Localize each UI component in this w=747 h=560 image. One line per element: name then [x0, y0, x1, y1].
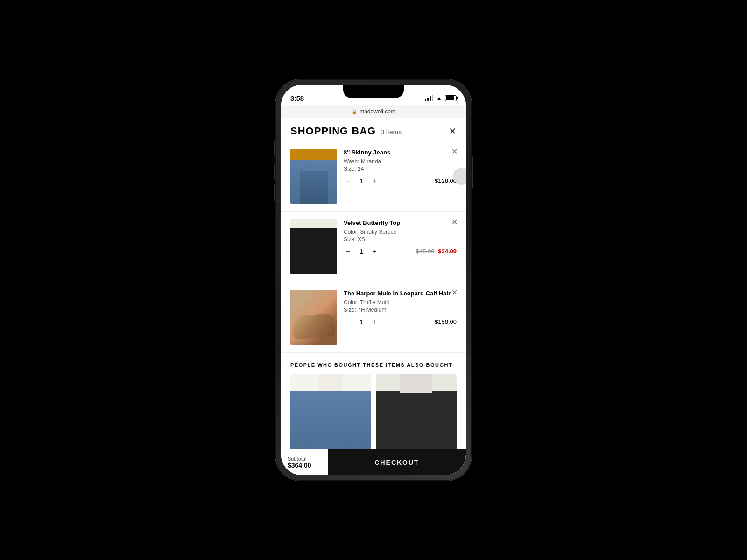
- item-size-shoes: Size: 7H Medium: [344, 307, 457, 313]
- item-image-jeans: [290, 149, 337, 204]
- item-name-jeans: 8" Skinny Jeans: [344, 149, 457, 157]
- qty-control-jeans[interactable]: − 1 +: [344, 177, 379, 185]
- item-original-price-top: $45.00: [416, 248, 435, 255]
- url-text: madewell.com: [359, 108, 395, 115]
- item-sale-price-top: $24.99: [438, 248, 457, 255]
- item-image-top: [290, 219, 337, 274]
- item-details-shoes: The Harper Mule in Leopard Calf Hair Col…: [344, 290, 457, 345]
- qty-decrease-jeans[interactable]: −: [344, 177, 353, 185]
- notch: [343, 85, 404, 98]
- quantity-row-shoes: − 1 + $158.00: [344, 318, 457, 326]
- status-bar: 3:58 ▲: [281, 85, 466, 105]
- cart-item-shoes: The Harper Mule in Leopard Calf Hair Col…: [281, 282, 466, 353]
- status-time: 3:58: [290, 94, 304, 102]
- cart-item-jeans: 8" Skinny Jeans Wash: Miranda Size: 24 −…: [281, 141, 466, 212]
- item-price-shoes: $158.00: [435, 318, 457, 325]
- item-size-top: Size: XS: [344, 236, 457, 243]
- quantity-row-jeans: − 1 + $128.00: [344, 177, 457, 185]
- subtotal-amount: $364.00: [288, 462, 321, 469]
- item-name-shoes: The Harper Mule in Leopard Calf Hair: [344, 290, 457, 298]
- qty-control-top[interactable]: − 1 +: [344, 247, 379, 256]
- qty-control-shoes[interactable]: − 1 +: [344, 318, 379, 326]
- recommendations-grid: [290, 374, 457, 458]
- qty-value-shoes: 1: [358, 318, 365, 326]
- scroll-indicator: [453, 168, 466, 185]
- cart-item-top: Velvet Butterfly Top Color: Smoky Spruce…: [281, 212, 466, 282]
- item-count: 3 items: [381, 128, 402, 136]
- item-details-top: Velvet Butterfly Top Color: Smoky Spruce…: [344, 219, 457, 274]
- remove-jeans-button[interactable]: ✕: [451, 148, 458, 155]
- item-size-jeans: Size: 24: [344, 166, 457, 172]
- remove-top-button[interactable]: ✕: [451, 218, 458, 226]
- item-wash-jeans: Wash: Miranda: [344, 158, 457, 165]
- page-title: SHOPPING BAG: [290, 125, 376, 137]
- rec-item-top[interactable]: [376, 374, 457, 458]
- item-name-top: Velvet Butterfly Top: [344, 219, 457, 227]
- content-area[interactable]: SHOPPING BAG 3 items ✕ 8" Skinny Jeans W…: [281, 118, 466, 475]
- checkout-button[interactable]: CHECKOUT: [328, 449, 466, 475]
- item-color-shoes: Color: Truffle Multi: [344, 299, 457, 306]
- quantity-row-top: − 1 + $45.00 $24.99: [344, 247, 457, 256]
- qty-increase-jeans[interactable]: +: [370, 177, 379, 185]
- lock-icon: 🔒: [352, 109, 357, 114]
- battery-icon: [445, 95, 457, 101]
- page-title-group: SHOPPING BAG 3 items: [290, 125, 402, 137]
- browser-bar: 🔒 madewell.com: [281, 105, 466, 118]
- qty-value-top: 1: [358, 248, 365, 255]
- phone-screen: 3:58 ▲ 🔒 madewell.com SHOPPING BAG: [281, 85, 466, 475]
- close-bag-button[interactable]: ✕: [449, 126, 457, 136]
- remove-shoes-button[interactable]: ✕: [451, 289, 458, 296]
- status-icons: ▲: [425, 95, 457, 102]
- item-price-top: $45.00 $24.99: [416, 248, 457, 255]
- rec-item-jeans[interactable]: [290, 374, 371, 458]
- item-details-jeans: 8" Skinny Jeans Wash: Miranda Size: 24 −…: [344, 149, 457, 204]
- also-bought-title: PEOPLE WHO BOUGHT THESE ITEMS ALSO BOUGH…: [290, 362, 457, 368]
- bottom-bar: Subtotal $364.00 CHECKOUT: [281, 449, 466, 475]
- qty-increase-shoes[interactable]: +: [370, 318, 379, 326]
- qty-decrease-top[interactable]: −: [344, 247, 353, 256]
- qty-decrease-shoes[interactable]: −: [344, 318, 353, 326]
- qty-value-jeans: 1: [358, 177, 365, 185]
- phone-frame: 3:58 ▲ 🔒 madewell.com SHOPPING BAG: [275, 79, 472, 481]
- item-image-shoes: [290, 290, 337, 345]
- page-header: SHOPPING BAG 3 items ✕: [281, 118, 466, 141]
- wifi-icon: ▲: [436, 95, 442, 102]
- signal-icon: [425, 95, 433, 101]
- qty-increase-top[interactable]: +: [370, 247, 379, 256]
- subtotal-label: Subtotal: [288, 456, 321, 462]
- subtotal-section: Subtotal $364.00: [281, 456, 328, 469]
- item-color-top: Color: Smoky Spruce: [344, 229, 457, 235]
